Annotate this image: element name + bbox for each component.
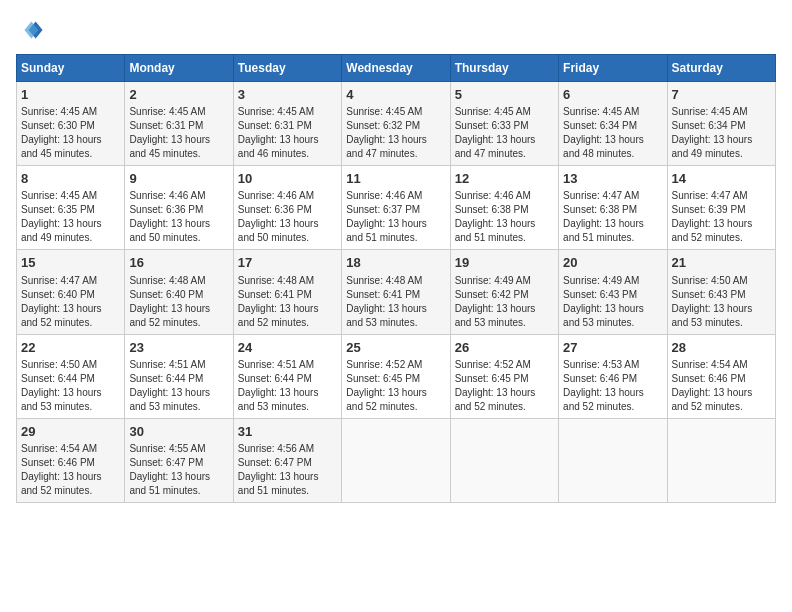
column-header-friday: Friday [559,55,667,82]
day-number: 30 [129,423,228,441]
calendar-cell: 4Sunrise: 4:45 AM Sunset: 6:32 PM Daylig… [342,82,450,166]
day-number: 21 [672,254,771,272]
day-info: Sunrise: 4:45 AM Sunset: 6:31 PM Dayligh… [238,105,337,161]
logo-icon [16,16,44,44]
column-header-thursday: Thursday [450,55,558,82]
week-row-1: 1Sunrise: 4:45 AM Sunset: 6:30 PM Daylig… [17,82,776,166]
day-info: Sunrise: 4:46 AM Sunset: 6:37 PM Dayligh… [346,189,445,245]
day-number: 24 [238,339,337,357]
calendar-cell: 28Sunrise: 4:54 AM Sunset: 6:46 PM Dayli… [667,334,775,418]
calendar-cell: 3Sunrise: 4:45 AM Sunset: 6:31 PM Daylig… [233,82,341,166]
day-number: 23 [129,339,228,357]
day-info: Sunrise: 4:56 AM Sunset: 6:47 PM Dayligh… [238,442,337,498]
day-number: 9 [129,170,228,188]
calendar-cell: 16Sunrise: 4:48 AM Sunset: 6:40 PM Dayli… [125,250,233,334]
day-number: 13 [563,170,662,188]
day-number: 18 [346,254,445,272]
day-number: 27 [563,339,662,357]
calendar-cell: 20Sunrise: 4:49 AM Sunset: 6:43 PM Dayli… [559,250,667,334]
day-info: Sunrise: 4:52 AM Sunset: 6:45 PM Dayligh… [455,358,554,414]
day-info: Sunrise: 4:45 AM Sunset: 6:31 PM Dayligh… [129,105,228,161]
day-number: 7 [672,86,771,104]
calendar-cell: 9Sunrise: 4:46 AM Sunset: 6:36 PM Daylig… [125,166,233,250]
calendar-cell: 27Sunrise: 4:53 AM Sunset: 6:46 PM Dayli… [559,334,667,418]
calendar-cell: 21Sunrise: 4:50 AM Sunset: 6:43 PM Dayli… [667,250,775,334]
calendar-cell [342,418,450,502]
day-number: 15 [21,254,120,272]
calendar-cell: 31Sunrise: 4:56 AM Sunset: 6:47 PM Dayli… [233,418,341,502]
calendar-cell: 17Sunrise: 4:48 AM Sunset: 6:41 PM Dayli… [233,250,341,334]
day-number: 5 [455,86,554,104]
calendar-header: SundayMondayTuesdayWednesdayThursdayFrid… [17,55,776,82]
week-row-4: 22Sunrise: 4:50 AM Sunset: 6:44 PM Dayli… [17,334,776,418]
calendar-cell [667,418,775,502]
day-number: 16 [129,254,228,272]
day-info: Sunrise: 4:46 AM Sunset: 6:36 PM Dayligh… [129,189,228,245]
column-header-wednesday: Wednesday [342,55,450,82]
day-info: Sunrise: 4:47 AM Sunset: 6:40 PM Dayligh… [21,274,120,330]
day-info: Sunrise: 4:45 AM Sunset: 6:30 PM Dayligh… [21,105,120,161]
calendar-cell: 8Sunrise: 4:45 AM Sunset: 6:35 PM Daylig… [17,166,125,250]
calendar-cell: 12Sunrise: 4:46 AM Sunset: 6:38 PM Dayli… [450,166,558,250]
week-row-3: 15Sunrise: 4:47 AM Sunset: 6:40 PM Dayli… [17,250,776,334]
day-info: Sunrise: 4:48 AM Sunset: 6:41 PM Dayligh… [346,274,445,330]
day-number: 2 [129,86,228,104]
calendar-cell: 14Sunrise: 4:47 AM Sunset: 6:39 PM Dayli… [667,166,775,250]
day-info: Sunrise: 4:54 AM Sunset: 6:46 PM Dayligh… [672,358,771,414]
day-number: 12 [455,170,554,188]
day-info: Sunrise: 4:53 AM Sunset: 6:46 PM Dayligh… [563,358,662,414]
calendar-cell: 22Sunrise: 4:50 AM Sunset: 6:44 PM Dayli… [17,334,125,418]
day-info: Sunrise: 4:45 AM Sunset: 6:33 PM Dayligh… [455,105,554,161]
column-header-tuesday: Tuesday [233,55,341,82]
day-number: 28 [672,339,771,357]
calendar-body: 1Sunrise: 4:45 AM Sunset: 6:30 PM Daylig… [17,82,776,503]
day-info: Sunrise: 4:51 AM Sunset: 6:44 PM Dayligh… [129,358,228,414]
day-number: 6 [563,86,662,104]
day-number: 29 [21,423,120,441]
week-row-2: 8Sunrise: 4:45 AM Sunset: 6:35 PM Daylig… [17,166,776,250]
day-number: 31 [238,423,337,441]
day-info: Sunrise: 4:50 AM Sunset: 6:43 PM Dayligh… [672,274,771,330]
calendar-cell: 2Sunrise: 4:45 AM Sunset: 6:31 PM Daylig… [125,82,233,166]
calendar-cell [559,418,667,502]
day-info: Sunrise: 4:52 AM Sunset: 6:45 PM Dayligh… [346,358,445,414]
calendar-cell: 23Sunrise: 4:51 AM Sunset: 6:44 PM Dayli… [125,334,233,418]
calendar-cell: 18Sunrise: 4:48 AM Sunset: 6:41 PM Dayli… [342,250,450,334]
calendar-cell: 6Sunrise: 4:45 AM Sunset: 6:34 PM Daylig… [559,82,667,166]
day-info: Sunrise: 4:55 AM Sunset: 6:47 PM Dayligh… [129,442,228,498]
day-number: 4 [346,86,445,104]
day-number: 14 [672,170,771,188]
day-info: Sunrise: 4:45 AM Sunset: 6:34 PM Dayligh… [563,105,662,161]
day-info: Sunrise: 4:47 AM Sunset: 6:38 PM Dayligh… [563,189,662,245]
calendar-cell: 7Sunrise: 4:45 AM Sunset: 6:34 PM Daylig… [667,82,775,166]
day-number: 25 [346,339,445,357]
day-info: Sunrise: 4:49 AM Sunset: 6:42 PM Dayligh… [455,274,554,330]
calendar-cell: 29Sunrise: 4:54 AM Sunset: 6:46 PM Dayli… [17,418,125,502]
calendar-cell: 15Sunrise: 4:47 AM Sunset: 6:40 PM Dayli… [17,250,125,334]
column-header-saturday: Saturday [667,55,775,82]
calendar-cell: 10Sunrise: 4:46 AM Sunset: 6:36 PM Dayli… [233,166,341,250]
day-info: Sunrise: 4:48 AM Sunset: 6:40 PM Dayligh… [129,274,228,330]
day-number: 17 [238,254,337,272]
header [16,16,776,44]
day-info: Sunrise: 4:50 AM Sunset: 6:44 PM Dayligh… [21,358,120,414]
day-info: Sunrise: 4:46 AM Sunset: 6:38 PM Dayligh… [455,189,554,245]
calendar-cell: 13Sunrise: 4:47 AM Sunset: 6:38 PM Dayli… [559,166,667,250]
week-row-5: 29Sunrise: 4:54 AM Sunset: 6:46 PM Dayli… [17,418,776,502]
calendar-cell: 19Sunrise: 4:49 AM Sunset: 6:42 PM Dayli… [450,250,558,334]
day-info: Sunrise: 4:45 AM Sunset: 6:32 PM Dayligh… [346,105,445,161]
column-header-monday: Monday [125,55,233,82]
day-info: Sunrise: 4:47 AM Sunset: 6:39 PM Dayligh… [672,189,771,245]
calendar-cell: 5Sunrise: 4:45 AM Sunset: 6:33 PM Daylig… [450,82,558,166]
calendar-table: SundayMondayTuesdayWednesdayThursdayFrid… [16,54,776,503]
day-number: 10 [238,170,337,188]
calendar-cell: 26Sunrise: 4:52 AM Sunset: 6:45 PM Dayli… [450,334,558,418]
day-info: Sunrise: 4:46 AM Sunset: 6:36 PM Dayligh… [238,189,337,245]
day-number: 11 [346,170,445,188]
day-number: 20 [563,254,662,272]
day-number: 1 [21,86,120,104]
calendar-cell [450,418,558,502]
calendar-cell: 24Sunrise: 4:51 AM Sunset: 6:44 PM Dayli… [233,334,341,418]
day-info: Sunrise: 4:49 AM Sunset: 6:43 PM Dayligh… [563,274,662,330]
logo [16,16,48,44]
